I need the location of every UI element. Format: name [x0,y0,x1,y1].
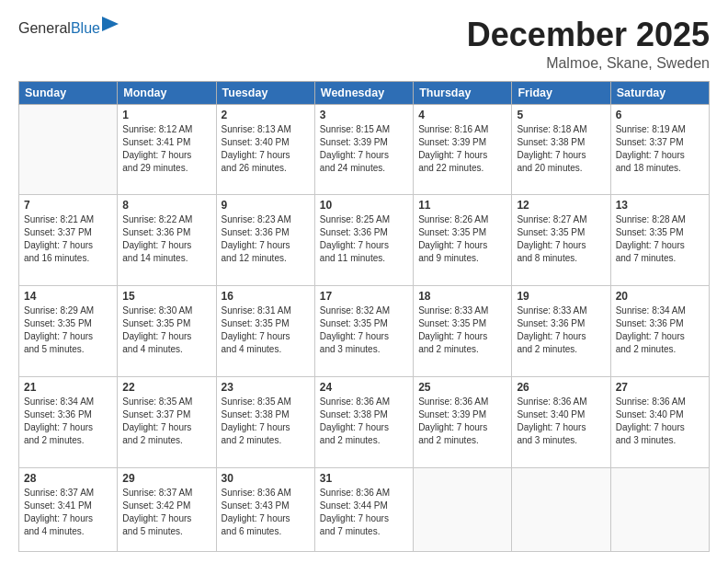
calendar-cell: 11Sunrise: 8:26 AMSunset: 3:35 PMDayligh… [414,195,512,286]
calendar-cell: 5Sunrise: 8:18 AMSunset: 3:38 PMDaylight… [512,104,610,195]
cell-content: Sunrise: 8:21 AMSunset: 3:37 PMDaylight:… [24,213,112,265]
day-number: 22 [122,381,210,394]
day-number: 25 [418,381,506,394]
cell-content: Sunrise: 8:19 AMSunset: 3:37 PMDaylight:… [616,123,704,175]
calendar-cell: 12Sunrise: 8:27 AMSunset: 3:35 PMDayligh… [512,195,610,286]
day-number: 7 [24,199,112,212]
calendar-header-row: SundayMondayTuesdayWednesdayThursdayFrid… [19,81,710,104]
logo-blue-text: Blue [71,20,100,37]
cell-content: Sunrise: 8:35 AMSunset: 3:37 PMDaylight:… [122,396,210,447]
cell-content: Sunrise: 8:32 AMSunset: 3:35 PMDaylight:… [320,304,408,356]
calendar-cell: 31Sunrise: 8:36 AMSunset: 3:44 PMDayligh… [314,467,413,551]
calendar-cell: 1Sunrise: 8:12 AMSunset: 3:41 PMDaylight… [118,104,216,195]
cell-content: Sunrise: 8:36 AMSunset: 3:43 PMDaylight:… [222,487,310,538]
calendar-cell [414,467,512,551]
cell-content: Sunrise: 8:33 AMSunset: 3:36 PMDaylight:… [517,304,605,356]
day-number: 28 [24,472,112,485]
calendar-week-row: 21Sunrise: 8:34 AMSunset: 3:36 PMDayligh… [19,377,710,468]
calendar-cell [512,467,610,551]
calendar-week-row: 1Sunrise: 8:12 AMSunset: 3:41 PMDaylight… [19,104,710,195]
cell-content: Sunrise: 8:34 AMSunset: 3:36 PMDaylight:… [616,304,704,356]
calendar-cell: 16Sunrise: 8:31 AMSunset: 3:35 PMDayligh… [216,286,314,377]
cell-content: Sunrise: 8:13 AMSunset: 3:40 PMDaylight:… [222,123,310,175]
cell-content: Sunrise: 8:36 AMSunset: 3:40 PMDaylight:… [517,396,605,447]
logo-general-text: General [18,20,71,37]
cell-content: Sunrise: 8:33 AMSunset: 3:35 PMDaylight:… [418,304,506,356]
cell-content: Sunrise: 8:37 AMSunset: 3:41 PMDaylight:… [24,487,112,538]
calendar-cell: 8Sunrise: 8:22 AMSunset: 3:36 PMDaylight… [118,195,216,286]
cell-content: Sunrise: 8:36 AMSunset: 3:39 PMDaylight:… [418,396,506,447]
cell-content: Sunrise: 8:36 AMSunset: 3:40 PMDaylight:… [616,396,704,447]
day-number: 18 [418,290,506,303]
calendar-cell: 30Sunrise: 8:36 AMSunset: 3:43 PMDayligh… [216,467,314,551]
cell-content: Sunrise: 8:27 AMSunset: 3:35 PMDaylight:… [517,213,605,265]
cell-content: Sunrise: 8:18 AMSunset: 3:38 PMDaylight:… [517,123,605,175]
calendar-header-wednesday: Wednesday [314,81,413,104]
location-subtitle: Malmoe, Skane, Sweden [467,55,710,72]
cell-content: Sunrise: 8:36 AMSunset: 3:38 PMDaylight:… [320,396,408,447]
cell-content: Sunrise: 8:29 AMSunset: 3:35 PMDaylight:… [24,304,112,356]
day-number: 29 [122,472,210,485]
cell-content: Sunrise: 8:28 AMSunset: 3:35 PMDaylight:… [616,213,704,265]
calendar-cell: 19Sunrise: 8:33 AMSunset: 3:36 PMDayligh… [512,286,610,377]
day-number: 17 [320,290,408,303]
calendar-week-row: 14Sunrise: 8:29 AMSunset: 3:35 PMDayligh… [19,286,710,377]
day-number: 12 [517,199,605,212]
day-number: 9 [222,199,310,212]
calendar-cell: 24Sunrise: 8:36 AMSunset: 3:38 PMDayligh… [314,377,413,468]
calendar-cell: 15Sunrise: 8:30 AMSunset: 3:35 PMDayligh… [118,286,216,377]
day-number: 10 [320,199,408,212]
month-title: December 2025 [467,17,710,53]
cell-content: Sunrise: 8:30 AMSunset: 3:35 PMDaylight:… [122,304,210,356]
calendar-cell: 13Sunrise: 8:28 AMSunset: 3:35 PMDayligh… [610,195,709,286]
calendar-cell: 2Sunrise: 8:13 AMSunset: 3:40 PMDaylight… [216,104,314,195]
calendar-cell: 23Sunrise: 8:35 AMSunset: 3:38 PMDayligh… [216,377,314,468]
cell-content: Sunrise: 8:36 AMSunset: 3:44 PMDaylight:… [320,487,408,538]
calendar-cell: 10Sunrise: 8:25 AMSunset: 3:36 PMDayligh… [314,195,413,286]
day-number: 24 [320,381,408,394]
calendar-cell: 25Sunrise: 8:36 AMSunset: 3:39 PMDayligh… [414,377,512,468]
day-number: 15 [122,290,210,303]
day-number: 3 [320,109,408,121]
calendar-header-friday: Friday [512,81,610,104]
title-block: December 2025 Malmoe, Skane, Sweden [467,17,710,72]
calendar-cell: 4Sunrise: 8:16 AMSunset: 3:39 PMDaylight… [414,104,512,195]
cell-content: Sunrise: 8:34 AMSunset: 3:36 PMDaylight:… [24,396,112,447]
calendar-cell: 21Sunrise: 8:34 AMSunset: 3:36 PMDayligh… [19,377,118,468]
day-number: 11 [418,199,506,212]
day-number: 26 [517,381,605,394]
calendar-week-row: 7Sunrise: 8:21 AMSunset: 3:37 PMDaylight… [19,195,710,286]
day-number: 31 [320,472,408,485]
calendar-cell: 7Sunrise: 8:21 AMSunset: 3:37 PMDaylight… [19,195,118,286]
day-number: 4 [418,109,506,121]
calendar-table: SundayMondayTuesdayWednesdayThursdayFrid… [18,81,710,552]
day-number: 13 [616,199,704,212]
cell-content: Sunrise: 8:35 AMSunset: 3:38 PMDaylight:… [222,396,310,447]
calendar-cell: 29Sunrise: 8:37 AMSunset: 3:42 PMDayligh… [118,467,216,551]
day-number: 2 [222,109,310,121]
calendar-cell [610,467,709,551]
calendar-header-monday: Monday [118,81,216,104]
logo: GeneralBlue [18,17,120,40]
calendar-cell: 18Sunrise: 8:33 AMSunset: 3:35 PMDayligh… [414,286,512,377]
calendar-cell: 22Sunrise: 8:35 AMSunset: 3:37 PMDayligh… [118,377,216,468]
cell-content: Sunrise: 8:25 AMSunset: 3:36 PMDaylight:… [320,213,408,265]
cell-content: Sunrise: 8:37 AMSunset: 3:42 PMDaylight:… [122,487,210,538]
calendar-cell: 3Sunrise: 8:15 AMSunset: 3:39 PMDaylight… [314,104,413,195]
cell-content: Sunrise: 8:22 AMSunset: 3:36 PMDaylight:… [122,213,210,265]
cell-content: Sunrise: 8:15 AMSunset: 3:39 PMDaylight:… [320,123,408,175]
calendar-cell [19,104,118,195]
page-header: GeneralBlue December 2025 Malmoe, Skane,… [18,17,710,72]
cell-content: Sunrise: 8:23 AMSunset: 3:36 PMDaylight:… [222,213,310,265]
day-number: 19 [517,290,605,303]
day-number: 1 [122,109,210,121]
svg-marker-0 [102,17,119,31]
day-number: 8 [122,199,210,212]
day-number: 21 [24,381,112,394]
day-number: 16 [222,290,310,303]
calendar-cell: 20Sunrise: 8:34 AMSunset: 3:36 PMDayligh… [610,286,709,377]
calendar-header-sunday: Sunday [19,81,118,104]
calendar-cell: 27Sunrise: 8:36 AMSunset: 3:40 PMDayligh… [610,377,709,468]
logo-flag-icon [102,17,120,39]
day-number: 27 [616,381,704,394]
